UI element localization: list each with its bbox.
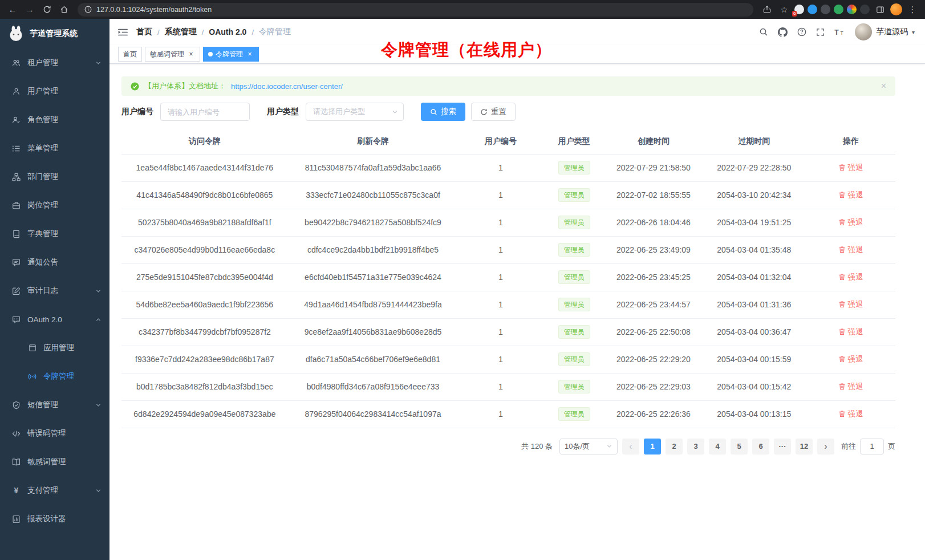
sidebar-item-audit-log[interactable]: 审计日志 [0,277,109,305]
user-id-cell: 1 [458,400,543,428]
sidebar-item-notice-announcement[interactable]: 通知公告 [0,248,109,277]
user-id-input[interactable] [160,103,250,121]
github-icon[interactable] [778,27,788,37]
user-icon [11,87,21,96]
user-type-label: 用户类型 [267,107,299,117]
extension-icon[interactable]: 6 [794,5,804,14]
access-token-cell: 1ea5e44f8bc1467aaede43144f31de76 [121,154,288,181]
address-bar[interactable]: 127.0.0.1:1024/system/oauth2/token [78,3,753,17]
chevron-down-icon [95,402,102,408]
table-row: b0d1785bc3a8482f812db4a3f3bd15ecb0df4980… [121,373,895,400]
sidebar-item-tenant-management[interactable]: 租户管理 [0,48,109,77]
page-button-6[interactable]: 6 [752,439,769,455]
page-size-value: 10条/页 [565,441,590,452]
extension-icon[interactable] [834,5,843,14]
bookmark-star-icon[interactable]: ☆ [777,3,791,17]
doc-link[interactable]: https://doc.iocoder.cn/user-center/ [231,82,343,91]
force-logout-button[interactable]: 强退 [838,299,863,310]
goto-page-input[interactable] [860,439,884,455]
force-logout-button[interactable]: 强退 [838,327,863,337]
page-button-3[interactable]: 3 [687,439,704,455]
browser-menu-icon[interactable]: ⋮ [906,3,919,17]
table-row: f9336e7c7dd242a283ee98dc86b17a87dfa6c71a… [121,346,895,373]
sidebar-item-label: 部门管理 [27,172,58,182]
breadcrumb-separator: / [251,28,254,36]
next-page-button[interactable]: › [817,439,834,455]
pagination: 共 120 条 10条/页 ‹ 123456···12 › 前往 页 [121,439,895,455]
alert-close-icon[interactable]: × [881,81,886,91]
user-id-cell: 1 [458,291,543,318]
page-button-2[interactable]: 2 [666,439,683,455]
sidebar-item-role-management[interactable]: 角色管理 [0,105,109,134]
page-button-4[interactable]: 4 [709,439,726,455]
force-logout-button[interactable]: 强退 [838,382,863,392]
refresh-token-cell: 8796295f04064c2983414cc54af1097a [288,400,459,428]
font-size-icon[interactable]: TT [834,28,845,36]
force-logout-button[interactable]: 强退 [838,217,863,228]
force-logout-button[interactable]: 强退 [838,409,863,419]
search-icon[interactable] [759,27,768,36]
app-logo[interactable]: 芋道管理系统 [0,19,109,48]
tab-sensitive-word-management[interactable]: 敏感词管理× [145,47,200,62]
browser-profile-avatar[interactable] [890,3,902,15]
sidebar-item-app-management[interactable]: 应用管理 [0,334,109,362]
force-logout-button[interactable]: 强退 [838,245,863,255]
extension-icon[interactable] [860,5,870,14]
force-logout-button[interactable]: 强退 [838,190,863,200]
site-info-icon[interactable] [84,6,92,13]
extension-icon[interactable] [821,5,830,14]
home-icon[interactable] [57,3,71,17]
breadcrumb-item[interactable]: OAuth 2.0 [209,27,246,36]
extension-badge: 6 [792,11,797,17]
token-table: 访问令牌刷新令牌用户编号用户类型创建时间过期时间操作 1ea5e44f8bc14… [121,129,895,428]
side-panel-icon[interactable] [873,3,887,17]
force-logout-button[interactable]: 强退 [838,354,863,364]
sidebar-item-dept-management[interactable]: 部门管理 [0,163,109,191]
help-icon[interactable] [797,27,806,36]
goto-label: 前往 [841,441,856,452]
breadcrumb-item[interactable]: 系统管理 [165,27,197,37]
search-button[interactable]: 搜索 [421,103,465,121]
close-tab-icon[interactable]: × [246,50,254,58]
close-tab-icon[interactable]: × [187,50,195,58]
page-button-1[interactable]: 1 [644,439,661,455]
tab-label: 首页 [123,50,137,59]
page-size-select[interactable]: 10条/页 [559,439,618,455]
reset-button[interactable]: 重置 [471,103,516,121]
sidebar-item-error-code-management[interactable]: 错误码管理 [0,419,109,448]
force-logout-label: 强退 [847,190,863,200]
sidebar-item-label: 应用管理 [43,343,74,353]
sidebar-item-sensitive-word-management[interactable]: 敏感词管理 [0,448,109,476]
bubble-icon [11,258,21,267]
extension-icon[interactable] [808,5,817,14]
force-logout-button[interactable]: 强退 [838,163,863,173]
user-menu[interactable]: 芋道源码 ▾ [855,23,915,40]
sidebar-item-token-management[interactable]: 令牌管理 [0,362,109,391]
page-button-5[interactable]: 5 [731,439,748,455]
sidebar-item-dict-management[interactable]: 字典管理 [0,220,109,248]
sidebar-item-post-management[interactable]: 岗位管理 [0,191,109,220]
sidebar-item-oauth2[interactable]: OAuth 2.0 [0,305,109,334]
sidebar-item-menu-management[interactable]: 菜单管理 [0,134,109,163]
force-logout-label: 强退 [847,409,863,419]
share-icon[interactable] [760,3,774,17]
user-type-select[interactable]: 请选择用户类型 [306,103,404,121]
tab-token-management[interactable]: 令牌管理× [203,47,259,62]
back-icon[interactable]: ← [6,3,19,17]
forward-icon[interactable]: → [23,3,36,17]
page-button-12[interactable]: 12 [796,439,813,455]
sidebar-item-report-designer[interactable]: 报表设计器 [0,505,109,533]
sidebar-item-payment-management[interactable]: ¥支付管理 [0,476,109,505]
column-header: 刷新令牌 [288,129,459,154]
extension-icon[interactable] [847,5,857,14]
tab-home[interactable]: 首页 [118,47,142,62]
force-logout-button[interactable]: 强退 [838,272,863,282]
sidebar-item-sms-management[interactable]: 短信管理 [0,391,109,419]
prev-page-button[interactable]: ‹ [622,439,639,455]
more-pages-button[interactable]: ··· [774,439,791,455]
sidebar-item-user-management[interactable]: 用户管理 [0,77,109,105]
fullscreen-icon[interactable] [816,28,825,36]
reload-icon[interactable] [40,3,54,17]
breadcrumb-item[interactable]: 首页 [136,27,152,37]
menu-fold-icon[interactable] [118,28,128,36]
